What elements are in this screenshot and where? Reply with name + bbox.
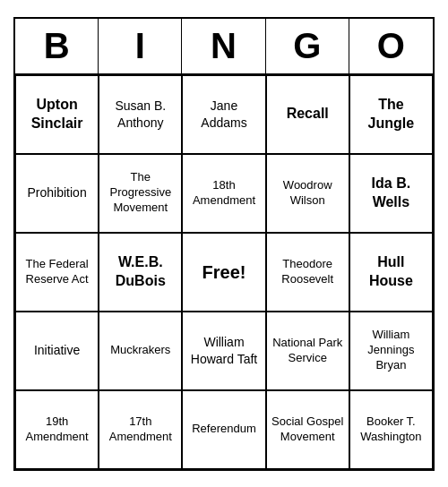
bingo-cell-9[interactable]: Ida B. Wells — [349, 154, 433, 233]
bingo-cell-10[interactable]: The Federal Reserve Act — [15, 233, 99, 312]
bingo-cell-20[interactable]: 19th Amendment — [15, 390, 99, 469]
bingo-letter-n: N — [182, 19, 265, 73]
bingo-cell-3[interactable]: Recall — [266, 75, 349, 154]
bingo-cell-22[interactable]: Referendum — [182, 390, 265, 469]
bingo-cell-21[interactable]: 17th Amendment — [99, 390, 182, 469]
bingo-card: BINGO Upton SinclairSusan B. AnthonyJane… — [13, 17, 435, 471]
bingo-cell-23[interactable]: Social Gospel Movement — [266, 390, 349, 469]
bingo-cell-12[interactable]: Free! — [182, 233, 265, 312]
bingo-letter-o: O — [349, 19, 433, 73]
bingo-cell-13[interactable]: Theodore Roosevelt — [266, 233, 349, 312]
bingo-cell-2[interactable]: Jane Addams — [182, 75, 265, 154]
bingo-cell-7[interactable]: 18th Amendment — [182, 154, 265, 233]
bingo-cell-11[interactable]: W.E.B. DuBois — [99, 233, 182, 312]
bingo-letter-b: B — [15, 19, 99, 73]
bingo-cell-17[interactable]: William Howard Taft — [182, 312, 265, 390]
bingo-cell-24[interactable]: Booker T. Washington — [349, 390, 433, 469]
bingo-cell-18[interactable]: National Park Service — [266, 312, 349, 390]
bingo-cell-14[interactable]: Hull House — [349, 233, 433, 312]
bingo-cell-16[interactable]: Muckrakers — [99, 312, 182, 390]
bingo-letter-g: G — [266, 19, 349, 73]
bingo-letter-i: I — [99, 19, 182, 73]
bingo-cell-1[interactable]: Susan B. Anthony — [99, 75, 182, 154]
bingo-cell-6[interactable]: The Progressive Movement — [99, 154, 182, 233]
bingo-grid: Upton SinclairSusan B. AnthonyJane Addam… — [15, 75, 433, 469]
bingo-cell-5[interactable]: Prohibition — [15, 154, 99, 233]
bingo-cell-4[interactable]: The Jungle — [349, 75, 433, 154]
bingo-header: BINGO — [15, 19, 433, 75]
bingo-cell-15[interactable]: Initiative — [15, 312, 99, 390]
bingo-cell-8[interactable]: Woodrow Wilson — [266, 154, 349, 233]
bingo-cell-0[interactable]: Upton Sinclair — [15, 75, 99, 154]
bingo-cell-19[interactable]: William Jennings Bryan — [349, 312, 433, 390]
